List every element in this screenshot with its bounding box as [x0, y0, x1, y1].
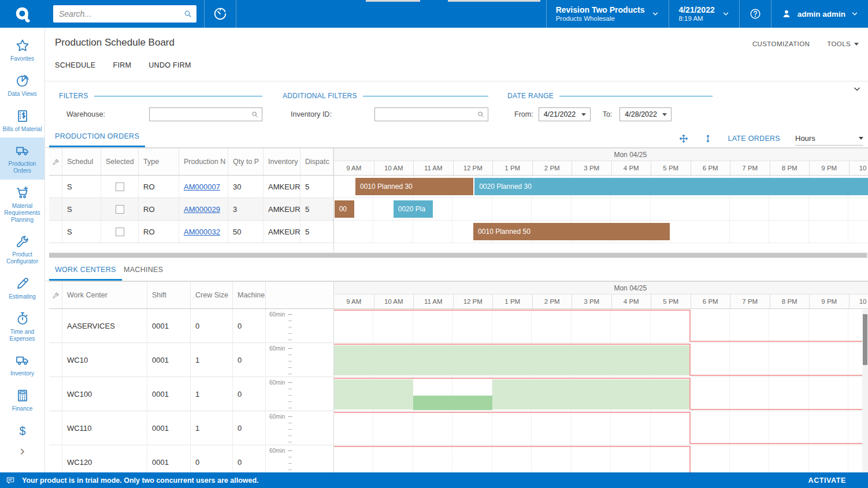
user-menu[interactable]: admin admin — [771, 0, 868, 28]
late-orders-button[interactable]: LATE ORDERS — [728, 135, 780, 143]
scale-tick — [288, 395, 292, 396]
warehouse-input[interactable] — [149, 107, 262, 121]
action-button-schedule[interactable]: SCHEDULE — [55, 61, 95, 69]
tab-production-orders[interactable]: PRODUCTION ORDERS — [49, 128, 145, 147]
global-search — [53, 5, 196, 23]
vertical-resize-icon[interactable] — [703, 134, 713, 143]
trial-bar: Your product is in trial mode. Only two … — [0, 472, 868, 488]
search-icon[interactable] — [183, 9, 192, 18]
lookup-icon[interactable] — [251, 110, 259, 118]
sidebar-item-currency[interactable]: $ — [0, 418, 45, 444]
chevron-down-icon — [854, 43, 859, 46]
top-bar: Revision Two Products Products Wholesale… — [0, 0, 868, 28]
sidebar-item-material-requirements-planning[interactable]: Material Requirements Planning — [0, 180, 45, 228]
hour-label: 10 AM — [374, 295, 414, 308]
sidebar-item-estimating[interactable]: Estimating — [0, 270, 45, 306]
business-date-button[interactable] — [205, 0, 236, 28]
customization-button[interactable]: CUSTOMIZATION — [752, 40, 810, 47]
gantt-hours-header: 9 AM10 AM11 AM12 PM1 PM2 PM3 PM4 PM5 PM6… — [334, 161, 868, 176]
sidebar-item-label: Bills of Material — [3, 126, 42, 133]
gantt-day-label: Mon 04/25 — [614, 151, 647, 159]
row-settings-cell — [49, 445, 62, 472]
capacity-segment-light — [334, 345, 691, 375]
gantt-row: 000020 Pla — [334, 198, 868, 221]
company-branch: Products Wholesale — [556, 15, 645, 23]
stopwatch-icon — [15, 311, 30, 326]
sidebar-item-product-configurator[interactable]: Product Configurator — [0, 228, 45, 270]
scale-select[interactable]: Hours — [795, 132, 863, 146]
gantt-bar[interactable]: 0010 Planned 30 — [355, 178, 473, 195]
search-input[interactable] — [53, 5, 196, 23]
gantt-bar[interactable]: 0020 Planned 30 — [474, 178, 868, 195]
gantt-bar[interactable]: 00 — [335, 200, 354, 218]
hour-label: 5 PM — [651, 161, 691, 175]
legend-rule — [559, 96, 713, 96]
work-center-cell: WC120 — [62, 445, 147, 472]
row-checkbox[interactable] — [116, 182, 124, 191]
help-button[interactable] — [740, 0, 771, 28]
scale-tick — [288, 457, 292, 457]
tab-work-centers[interactable]: WORK CENTERS — [49, 261, 122, 281]
company-selector[interactable]: Revision Two Products Products Wholesale — [547, 0, 669, 28]
dispatch-cell: 5 — [301, 198, 333, 220]
to-date-input[interactable]: 4/28/2022 — [620, 107, 672, 121]
machines-cell: 0 — [233, 309, 266, 342]
production-nbr-link[interactable]: AM000029 — [184, 205, 220, 214]
hour-label: 8 PM — [770, 161, 810, 175]
action-button-firm[interactable]: FIRM — [113, 61, 131, 69]
production-nbr-cell: AM000029 — [179, 198, 228, 220]
sidebar-item-bills-of-material[interactable]: Bills of Material — [0, 103, 45, 138]
from-date-input[interactable]: 4/21/2022 — [539, 107, 591, 121]
hour-label: 4 PM — [611, 161, 651, 175]
production-nbr-link[interactable]: AM000007 — [184, 182, 220, 191]
date-selector[interactable]: 4/21/2022 8:19 AM — [669, 0, 739, 28]
sidebar-item-favorites[interactable]: Favorites — [0, 32, 45, 68]
sidebar-item-time-and-expenses[interactable]: Time and Expenses — [0, 306, 45, 348]
help-icon — [749, 8, 762, 20]
row-checkbox[interactable] — [116, 228, 124, 236]
column-header-settings[interactable] — [49, 282, 62, 308]
sidebar-expand-button[interactable] — [0, 444, 45, 460]
current-date: 4/21/2022 — [678, 5, 714, 15]
collapse-panel-icon[interactable] — [853, 85, 861, 93]
acumatica-logo[interactable] — [0, 0, 45, 28]
inventory-cell: AMKEURIG — [264, 221, 301, 243]
sidebar-item-inventory[interactable]: Inventory — [0, 347, 45, 382]
pencil-icon — [15, 276, 30, 291]
action-button-undo-firm[interactable]: UNDO FIRM — [149, 61, 191, 69]
sidebar-item-data-views[interactable]: Data Views — [0, 68, 45, 103]
work-center-row: WC11000011060min — [49, 411, 333, 445]
tools-button[interactable]: TOOLS — [827, 40, 859, 47]
move-icon[interactable] — [679, 134, 688, 143]
gantt-bar[interactable]: 0020 Pla — [394, 200, 433, 218]
scale-tick — [288, 470, 292, 470]
horizontal-scrollbar-thumb[interactable] — [49, 253, 867, 258]
production-nbr-link[interactable]: AM000032 — [184, 228, 220, 236]
chevron-down-icon — [581, 113, 586, 116]
work-centers-section: WORK CENTERS MACHINES Work CenterShiftCr… — [45, 258, 868, 472]
horizontal-scrollbar[interactable] — [49, 252, 868, 258]
hour-label: 11 AM — [413, 295, 453, 308]
gantt-bar[interactable]: 0010 Planned 50 — [473, 223, 670, 240]
dispatch-cell: 5 — [301, 176, 333, 198]
activate-button[interactable]: ACTIVATE — [808, 476, 846, 485]
vertical-scrollbar[interactable] — [862, 310, 868, 472]
row-checkbox[interactable] — [116, 205, 124, 214]
tab-machines[interactable]: MACHINES — [118, 261, 169, 281]
work-center-cell: WC10 — [62, 343, 147, 377]
capacity-limit-line — [334, 378, 691, 379]
machines-cell: 0 — [233, 411, 266, 445]
column-header: Type — [139, 148, 179, 175]
sidebar-item-finance[interactable]: Finance — [0, 382, 45, 418]
scale-cell: 60min — [266, 411, 333, 445]
vertical-scrollbar-thumb[interactable] — [863, 314, 867, 365]
shift-cell: 0001 — [147, 309, 191, 342]
column-header-settings[interactable] — [49, 148, 62, 175]
sidebar-item-production-orders[interactable]: Production Orders — [0, 137, 45, 180]
gantt-row: 0010 Planned 300020 Planned 30 — [334, 176, 868, 198]
pie-chart-icon — [15, 73, 30, 88]
scale-tick — [288, 340, 292, 340]
lookup-icon[interactable] — [477, 110, 485, 118]
svg-text:$: $ — [19, 424, 25, 437]
inventory-id-input[interactable] — [374, 107, 488, 121]
